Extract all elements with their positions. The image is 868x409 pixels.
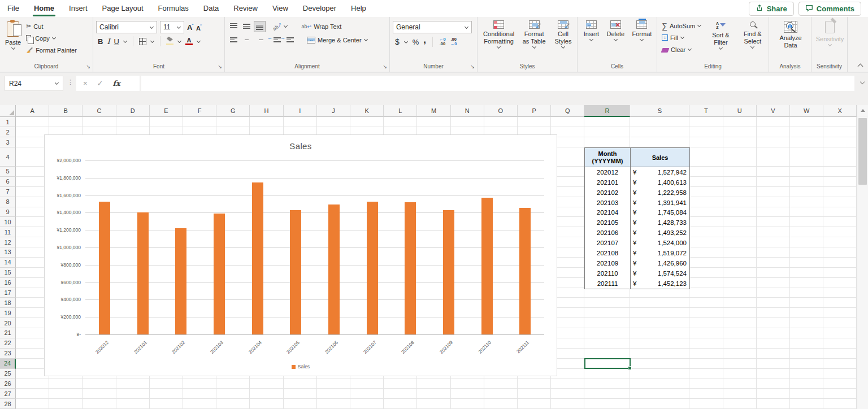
align-bottom-button[interactable] (254, 21, 266, 32)
font-name-combo[interactable]: Calibri (96, 21, 157, 33)
table-cell-sales[interactable]: ¥1,426,960 (631, 260, 689, 267)
chart-bar-202107[interactable] (367, 202, 378, 334)
font-size-combo[interactable]: 11 (160, 21, 184, 33)
column-header-I[interactable]: I (284, 105, 317, 117)
font-color-dropdown-icon[interactable] (197, 38, 201, 42)
table-cell-month[interactable]: 202110 (585, 268, 631, 279)
clipboard-dialog-launcher[interactable]: ↘ (86, 64, 90, 69)
share-button[interactable]: Share (749, 2, 794, 16)
table-cell-sales[interactable]: ¥1,400,613 (631, 179, 689, 186)
table-row-202108[interactable]: 202108¥1,519,072 (585, 248, 689, 258)
column-header-U[interactable]: U (723, 105, 757, 117)
tab-view[interactable]: View (265, 0, 296, 17)
find-select-button[interactable]: Find & Select (739, 19, 767, 50)
tab-home[interactable]: Home (27, 0, 62, 17)
borders-dropdown-icon[interactable] (150, 38, 154, 42)
column-header-G[interactable]: G (216, 105, 250, 117)
column-header-E[interactable]: E (150, 105, 183, 117)
row-header-9[interactable]: 9 (0, 207, 16, 217)
align-top-button[interactable] (228, 21, 240, 32)
table-row-202101[interactable]: 202101¥1,400,613 (585, 177, 689, 188)
row-header-16[interactable]: 16 (0, 278, 16, 288)
sales-chart[interactable]: Sales ¥2,000,000¥1,800,000¥1,600,000¥1,4… (44, 134, 557, 376)
name-box[interactable]: R24 (5, 76, 63, 91)
tab-review[interactable]: Review (226, 0, 265, 17)
chart-bar-202110[interactable] (481, 198, 493, 334)
tab-data[interactable]: Data (196, 0, 226, 17)
chart-bar-202108[interactable] (405, 202, 416, 334)
column-header-H[interactable]: H (250, 105, 283, 117)
row-header-12[interactable]: 12 (0, 237, 16, 247)
font-dialog-launcher[interactable]: ↘ (218, 64, 222, 69)
table-header-month[interactable]: Month(YYYYMM) (585, 148, 631, 167)
column-header-N[interactable]: N (451, 105, 484, 117)
column-header-R[interactable]: R (584, 105, 630, 117)
align-center-button[interactable] (241, 34, 253, 46)
comma-style-button[interactable]: , (423, 37, 426, 43)
borders-button[interactable] (139, 38, 146, 45)
cell-styles-button[interactable]: Cell Styles (551, 19, 575, 50)
row-header-22[interactable]: 22 (0, 338, 16, 349)
row-header-7[interactable]: 7 (0, 187, 16, 197)
number-dialog-launcher[interactable]: ↘ (470, 64, 475, 69)
table-cell-sales[interactable]: ¥1,222,958 (631, 189, 689, 196)
row-header-23[interactable]: 23 (0, 349, 16, 359)
paste-button[interactable]: Paste (3, 19, 23, 51)
column-header-C[interactable]: C (83, 105, 116, 117)
table-cell-month[interactable]: 202106 (585, 228, 631, 238)
table-cell-month[interactable]: 202111 (585, 279, 631, 289)
table-cell-sales[interactable]: ¥1,391,941 (631, 199, 689, 206)
enter-icon[interactable]: ✓ (97, 79, 103, 88)
row-header-17[interactable]: 17 (0, 288, 16, 298)
sales-data-table[interactable]: Month(YYYYMM) Sales 202012¥1,527,9422021… (584, 147, 690, 289)
row-header-4[interactable]: 4 (0, 147, 16, 167)
table-header-row[interactable]: Month(YYYYMM) Sales (585, 148, 689, 167)
scrollbar-thumb[interactable] (858, 118, 867, 185)
tab-developer[interactable]: Developer (296, 0, 344, 17)
chart-bar-202105[interactable] (290, 210, 301, 334)
table-row-202111[interactable]: 202111¥1,452,123 (585, 279, 689, 289)
table-cell-month[interactable]: 202108 (585, 248, 631, 258)
analyze-data-button[interactable]: Analyze Data (774, 19, 807, 50)
column-header-A[interactable]: A (16, 105, 49, 117)
sort-filter-button[interactable]: AZ Sort & Filter (706, 19, 735, 51)
column-header-L[interactable]: L (384, 105, 417, 117)
row-header-15[interactable]: 15 (0, 268, 16, 278)
delete-cells-button[interactable]: ✕ Delete (604, 19, 627, 43)
alignment-dialog-launcher[interactable]: ↘ (383, 64, 387, 69)
formula-input[interactable] (141, 76, 854, 91)
table-row-202106[interactable]: 202106¥1,493,252 (585, 228, 689, 238)
align-right-button[interactable] (254, 34, 266, 46)
row-header-20[interactable]: 20 (0, 318, 16, 328)
table-cell-month[interactable]: 202109 (585, 258, 631, 268)
comments-button[interactable]: Comments (798, 2, 861, 16)
chart-bar-202103[interactable] (214, 214, 225, 334)
column-header-W[interactable]: W (790, 105, 823, 117)
row-header-28[interactable]: 28 (0, 399, 16, 409)
chart-bar-202106[interactable] (328, 204, 340, 334)
table-cell-sales[interactable]: ¥1,745,084 (631, 209, 689, 216)
table-row-202102[interactable]: 202102¥1,222,958 (585, 188, 689, 198)
font-color-button[interactable]: A (185, 37, 193, 45)
table-cell-sales[interactable]: ¥1,493,252 (631, 229, 689, 236)
row-header-11[interactable]: 11 (0, 227, 16, 237)
fill-color-dropdown-icon[interactable] (177, 38, 181, 42)
tab-formulas[interactable]: Formulas (151, 0, 196, 17)
row-header-25[interactable]: 25 (0, 369, 16, 379)
increase-indent-button[interactable]: → (284, 34, 296, 46)
row-header-14[interactable]: 14 (0, 258, 16, 268)
row-header-13[interactable]: 13 (0, 247, 16, 258)
italic-button[interactable]: I (107, 37, 110, 46)
scrollbar-up-button[interactable] (857, 105, 868, 116)
table-row-202110[interactable]: 202110¥1,574,524 (585, 268, 689, 279)
insert-function-icon[interactable]: fx (113, 79, 120, 88)
bold-button[interactable]: B (98, 37, 103, 46)
worksheet[interactable]: ABCDEFGHIJKLMNOPQRSTUVWX 123456789101112… (0, 105, 868, 409)
selected-cell-R24[interactable] (584, 358, 631, 369)
row-header-26[interactable]: 26 (0, 378, 16, 389)
table-row-202107[interactable]: 202107¥1,524,000 (585, 238, 689, 248)
decrease-font-size-button[interactable]: Aˇ (196, 23, 202, 32)
insert-cells-button[interactable]: ← Insert (581, 19, 602, 43)
column-header-B[interactable]: B (49, 105, 83, 117)
wrap-text-button[interactable]: ab↩Wrap Text (300, 20, 344, 32)
